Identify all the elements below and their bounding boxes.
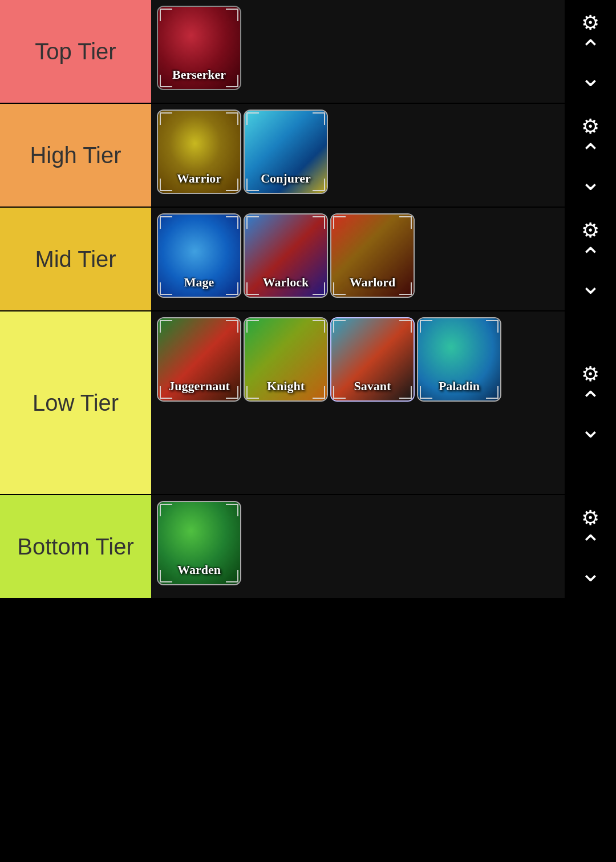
up-icon-bottom[interactable]: ⌃ (580, 532, 601, 557)
tier-content-bottom: Warden (151, 495, 565, 598)
tier-row-top: Top TierBerserker⚙⌃⌄ (0, 0, 616, 104)
card-corner-tr-warden (226, 504, 238, 516)
card-corner-tl-warlock (246, 216, 259, 229)
down-icon-mid[interactable]: ⌄ (580, 273, 601, 298)
card-corner-tl-warlord (333, 216, 346, 229)
tier-controls-high: ⚙⌃⌄ (565, 104, 616, 207)
up-icon-low[interactable]: ⌃ (580, 388, 601, 413)
class-card-warden[interactable]: Warden (157, 501, 241, 585)
card-corner-tr-paladin (486, 320, 499, 333)
gear-icon-bottom[interactable]: ⚙ (581, 508, 599, 528)
up-icon-mid[interactable]: ⌃ (580, 244, 601, 269)
card-corner-tr-warrior (226, 112, 238, 125)
tier-content-low: JuggernautKnightSavantPaladin (151, 311, 565, 494)
up-icon-high[interactable]: ⌃ (580, 140, 601, 165)
card-corner-tr-knight (313, 320, 325, 333)
down-icon-low[interactable]: ⌄ (580, 416, 601, 442)
card-corner-tl-berserker (160, 9, 172, 21)
tier-list: Top TierBerserker⚙⌃⌄High TierWarriorConj… (0, 0, 616, 599)
card-corner-tl-knight (246, 320, 259, 333)
card-corner-tl-conjurer (246, 112, 259, 125)
gear-icon-top[interactable]: ⚙ (581, 13, 599, 33)
card-label-savant: Savant (331, 379, 414, 394)
card-corner-tr-warlock (313, 216, 325, 229)
card-label-knight: Knight (245, 379, 327, 394)
up-icon-top[interactable]: ⌃ (580, 37, 601, 62)
down-icon-top[interactable]: ⌄ (580, 65, 601, 90)
card-label-warrior: Warrior (158, 171, 240, 186)
tier-label-cell-high: High Tier (0, 104, 151, 207)
card-corner-tl-mage (160, 216, 172, 229)
tier-label-low: Low Tier (33, 390, 119, 416)
card-corner-tr-warlord (399, 216, 412, 229)
card-label-mage: Mage (158, 275, 240, 290)
tier-row-high: High TierWarriorConjurer⚙⌃⌄ (0, 104, 616, 208)
class-card-paladin[interactable]: Paladin (417, 317, 501, 402)
card-corner-tr-savant (399, 320, 412, 333)
tier-label-cell-low: Low Tier (0, 311, 151, 494)
tier-content-top: Berserker (151, 0, 565, 103)
down-icon-bottom[interactable]: ⌄ (580, 560, 601, 585)
down-icon-high[interactable]: ⌄ (580, 169, 601, 194)
card-corner-tl-paladin (420, 320, 432, 333)
tier-label-mid: Mid Tier (35, 246, 116, 272)
tier-controls-mid: ⚙⌃⌄ (565, 208, 616, 310)
tier-label-cell-bottom: Bottom Tier (0, 495, 151, 598)
card-corner-tr-conjurer (313, 112, 325, 125)
card-corner-tr-juggernaut (226, 320, 238, 333)
card-label-conjurer: Conjurer (245, 171, 327, 186)
card-corner-tl-warrior (160, 112, 172, 125)
gear-icon-mid[interactable]: ⚙ (581, 220, 599, 241)
class-card-juggernaut[interactable]: Juggernaut (157, 317, 241, 402)
card-label-warlord: Warlord (331, 275, 414, 290)
class-card-warrior[interactable]: Warrior (157, 110, 241, 194)
class-card-mage[interactable]: Mage (157, 213, 241, 298)
tier-label-cell-top: Top Tier (0, 0, 151, 103)
class-card-warlock[interactable]: Warlock (244, 213, 328, 298)
tier-content-mid: MageWarlockWarlord (151, 208, 565, 310)
class-card-knight[interactable]: Knight (244, 317, 328, 402)
tier-controls-low: ⚙⌃⌄ (565, 311, 616, 494)
tier-row-low: Low TierJuggernautKnightSavantPaladin⚙⌃⌄ (0, 311, 616, 495)
card-corner-tl-warden (160, 504, 172, 516)
card-corner-tl-juggernaut (160, 320, 172, 333)
tier-label-top: Top Tier (35, 39, 116, 64)
tier-controls-bottom: ⚙⌃⌄ (565, 495, 616, 598)
card-label-berserker: Berserker (158, 67, 240, 82)
card-label-juggernaut: Juggernaut (158, 379, 240, 394)
gear-icon-high[interactable]: ⚙ (581, 116, 599, 137)
tier-row-mid: Mid TierMageWarlockWarlord⚙⌃⌄ (0, 208, 616, 311)
card-corner-tr-berserker (226, 9, 238, 21)
class-card-berserker[interactable]: Berserker (157, 6, 241, 90)
card-label-warden: Warden (158, 562, 240, 577)
class-card-savant[interactable]: Savant (330, 317, 415, 402)
card-label-paladin: Paladin (418, 379, 500, 394)
tier-controls-top: ⚙⌃⌄ (565, 0, 616, 103)
tier-label-high: High Tier (30, 143, 121, 168)
card-label-warlock: Warlock (245, 275, 327, 290)
card-corner-tr-mage (226, 216, 238, 229)
tier-label-bottom: Bottom Tier (17, 534, 134, 560)
card-corner-tl-savant (333, 320, 346, 333)
gear-icon-low[interactable]: ⚙ (581, 364, 599, 385)
tier-content-high: WarriorConjurer (151, 104, 565, 207)
class-card-conjurer[interactable]: Conjurer (244, 110, 328, 194)
class-card-warlord[interactable]: Warlord (330, 213, 415, 298)
tier-label-cell-mid: Mid Tier (0, 208, 151, 310)
tier-row-bottom: Bottom TierWarden⚙⌃⌄ (0, 495, 616, 599)
